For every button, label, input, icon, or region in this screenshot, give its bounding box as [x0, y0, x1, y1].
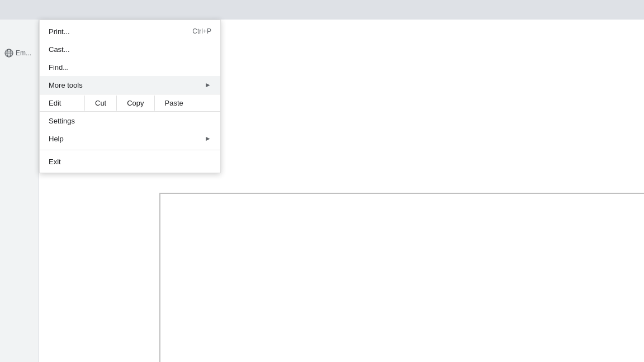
menu-edit-row: Edit Cut Copy Paste	[40, 94, 220, 112]
menu-item-exit-label: Exit	[49, 158, 211, 166]
menu-item-exit[interactable]: Exit	[40, 153, 220, 170]
context-menu: Print... Ctrl+P Cast... Find... More too…	[39, 20, 221, 173]
globe-icon	[4, 49, 13, 58]
menu-item-settings-label: Settings	[49, 117, 211, 125]
menu-item-settings[interactable]: Settings	[40, 112, 220, 130]
bottom-content	[39, 190, 644, 362]
cut-button[interactable]: Cut	[84, 96, 116, 111]
menu-item-cast[interactable]: Cast...	[40, 40, 220, 58]
menu-item-find[interactable]: Find...	[40, 58, 220, 76]
menu-item-cast-label: Cast...	[49, 45, 211, 54]
edit-actions: Cut Copy Paste	[84, 96, 220, 111]
browser-chrome	[0, 0, 644, 20]
paste-button[interactable]: Paste	[154, 96, 193, 111]
menu-item-find-label: Find...	[49, 63, 189, 72]
menu-item-help-label: Help	[49, 135, 200, 143]
menu-item-print-shortcut: Ctrl+P	[192, 27, 211, 35]
menu-item-print-label: Print...	[49, 27, 170, 36]
sidebar-globe-item: Em...	[0, 45, 39, 61]
content-border-top	[159, 193, 644, 194]
menu-divider	[40, 150, 220, 150]
sidebar-item-label: Em...	[16, 49, 31, 57]
main-content: Em... Print... Ctrl+P Cast... Find... Mo…	[0, 20, 644, 362]
menu-item-help[interactable]: Help ►	[40, 130, 220, 147]
help-submenu-arrow-icon: ►	[205, 135, 211, 142]
edit-label: Edit	[40, 96, 84, 111]
content-border-vertical	[159, 193, 160, 362]
submenu-arrow-icon: ►	[205, 81, 211, 89]
copy-button[interactable]: Copy	[116, 96, 154, 111]
menu-item-print[interactable]: Print... Ctrl+P	[40, 22, 220, 40]
menu-item-more-tools-label: More tools	[49, 81, 200, 89]
sidebar: Em...	[0, 20, 39, 362]
menu-item-more-tools[interactable]: More tools ►	[40, 76, 220, 94]
